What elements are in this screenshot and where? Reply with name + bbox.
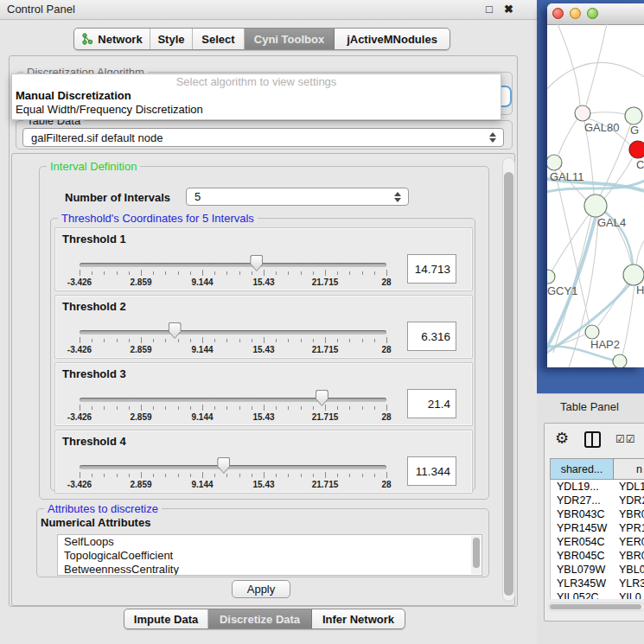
slider-thumb-face	[218, 458, 229, 473]
cell-shared-name[interactable]: YIL052C	[551, 590, 614, 599]
column-header-name[interactable]: n	[614, 459, 644, 479]
cell-name[interactable]: YIL0	[614, 590, 644, 599]
list-item[interactable]: SelfLoops	[58, 535, 481, 549]
tick	[178, 339, 179, 342]
slider-scale-labels: -3.4262.8599.14415.4321.71528	[80, 480, 386, 490]
cell-shared-name[interactable]: YBL079W	[551, 563, 614, 577]
network-node-c[interactable]	[629, 141, 644, 158]
network-node-hap2[interactable]	[585, 325, 599, 339]
threshold-value[interactable]: 14.713	[407, 254, 456, 284]
checkbox-icons[interactable]: ☑☑	[615, 433, 636, 445]
network-edge	[547, 62, 644, 93]
network-node-gal4[interactable]	[584, 194, 607, 217]
slider-thumb-face	[251, 256, 262, 271]
threshold-slider[interactable]: -3.4262.8599.14415.4321.71528	[80, 323, 386, 358]
cell-shared-name[interactable]: YDL19...	[551, 480, 614, 494]
table-row[interactable]: YDR27...YDR2	[551, 494, 644, 507]
tick	[92, 339, 92, 342]
close-icon[interactable]: ✖	[504, 3, 513, 16]
slider-track[interactable]	[80, 330, 386, 335]
network-node-gal11[interactable]	[547, 155, 562, 170]
table-row[interactable]: YBR043CYBR0	[551, 507, 644, 521]
tick	[313, 339, 314, 342]
cell-name[interactable]: YDR2	[614, 494, 644, 507]
num-intervals-label: Number of Intervals	[65, 191, 170, 204]
table-row[interactable]: YPR145WYPR1	[551, 521, 644, 535]
cell-shared-name[interactable]: YER054C	[551, 535, 614, 549]
network-node-gcy1[interactable]	[547, 270, 555, 284]
list-item[interactable]: TopologicalCoefficient	[58, 549, 481, 563]
scrollbar-thumb[interactable]	[504, 172, 513, 596]
cell-shared-name[interactable]: YBR043C	[551, 507, 614, 521]
slider-scale-labels: -3.4262.8599.14415.4321.71528	[80, 412, 386, 423]
scale-label: -3.426	[67, 480, 92, 489]
table-row[interactable]: YBR045CYBR0	[551, 549, 644, 563]
table-data-combobox[interactable]: galFiltered.sif default node	[22, 128, 504, 147]
network-node-h[interactable]	[623, 265, 644, 285]
tab-cyni-toolbox[interactable]: Cyni Toolbox	[245, 29, 335, 49]
network-edge	[622, 285, 634, 355]
gear-icon[interactable]: ⚙	[555, 429, 569, 447]
network-view-window[interactable]: GAL80GCGAL11GAL4GCY1HHAP2	[547, 3, 644, 367]
cell-name[interactable]: YPR1	[614, 521, 644, 535]
tick	[117, 339, 118, 342]
tick	[92, 271, 92, 275]
slider-track[interactable]	[80, 398, 386, 402]
slider-track[interactable]	[80, 465, 386, 469]
dropdown-option-equal-width-frequency[interactable]: Equal Width/Frequency Discretization	[16, 103, 203, 116]
threshold-value[interactable]: 6.316	[407, 322, 456, 351]
network-node-gal80[interactable]	[575, 105, 590, 121]
tab-impute-data[interactable]: Impute Data	[124, 609, 208, 628]
threshold-slider[interactable]: -3.4262.8599.14415.4321.71528	[80, 391, 386, 425]
cell-name[interactable]: YLR3	[614, 577, 644, 590]
tick	[104, 406, 105, 410]
threshold-slider[interactable]: -3.4262.8599.14415.4321.71528	[80, 458, 386, 493]
settings-vertical-scrollbar[interactable]	[502, 157, 515, 602]
threshold-value[interactable]: 21.4	[407, 389, 456, 418]
network-node-g[interactable]	[625, 107, 642, 124]
tick	[252, 271, 252, 275]
cell-shared-name[interactable]: YPR145W	[551, 521, 614, 535]
table-row[interactable]: YLR345WYLR3	[551, 577, 644, 590]
tab-style[interactable]: Style	[150, 29, 193, 49]
column-header-shared-name[interactable]: shared...	[551, 459, 614, 479]
table-row[interactable]: YDL19...YDL1	[551, 480, 644, 494]
cell-name[interactable]: YBR0	[614, 507, 644, 521]
list-scrollbar[interactable]	[471, 536, 481, 574]
table-horizontal-scrollbar[interactable]	[548, 603, 644, 611]
cell-name[interactable]: YBR0	[614, 549, 644, 563]
tab-infer-network[interactable]: Infer Network	[312, 609, 405, 628]
table-row[interactable]: YIL052CYIL0	[551, 590, 644, 599]
cell-name[interactable]: YER0	[614, 535, 644, 549]
threshold-value[interactable]: 11.344	[407, 456, 456, 486]
scrollbar-thumb[interactable]	[550, 604, 641, 609]
cell-shared-name[interactable]: YLR345W	[551, 577, 614, 590]
list-item[interactable]: BetweennessCentrality	[58, 563, 481, 576]
network-canvas[interactable]: GAL80GCGAL11GAL4GCY1HHAP2	[547, 24, 644, 367]
tab-jactivemnodules[interactable]: jActiveMNodules	[335, 29, 450, 49]
table-row[interactable]: YBL079WYBL0	[551, 563, 644, 577]
close-traffic-light-icon[interactable]	[552, 8, 564, 19]
columns-icon[interactable]	[584, 431, 601, 448]
network-node[interactable]	[613, 354, 627, 367]
cell-name[interactable]: YBL0	[614, 563, 644, 577]
tab-discretize-data[interactable]: Discretize Data	[208, 609, 312, 628]
slider-track[interactable]	[80, 263, 386, 267]
cell-shared-name[interactable]: YDR27...	[551, 494, 614, 507]
network-window-titlebar[interactable]	[547, 3, 644, 25]
tab-select[interactable]: Select	[193, 29, 245, 49]
num-intervals-combobox[interactable]: 5	[186, 188, 409, 206]
float-window-icon[interactable]: □	[486, 3, 493, 16]
minimize-traffic-light-icon[interactable]	[570, 8, 581, 19]
cell-shared-name[interactable]: YBR045C	[551, 549, 614, 563]
dropdown-option-manual-discretization[interactable]: Manual Discretization	[16, 89, 131, 102]
cell-name[interactable]: YDL1	[614, 480, 644, 494]
tab-network[interactable]: Network	[74, 29, 150, 49]
scale-label: 15.43	[252, 277, 274, 287]
zoom-traffic-light-icon[interactable]	[587, 8, 598, 19]
network-node-label: HAP2	[590, 338, 620, 351]
table-row[interactable]: YER054CYER0	[551, 535, 644, 549]
threshold-slider[interactable]: -3.4262.8599.14415.4321.71528	[80, 256, 386, 290]
algorithm-dropdown-prompt[interactable]: Select algorithm to view settings	[12, 75, 501, 88]
apply-button[interactable]: Apply	[232, 580, 290, 598]
